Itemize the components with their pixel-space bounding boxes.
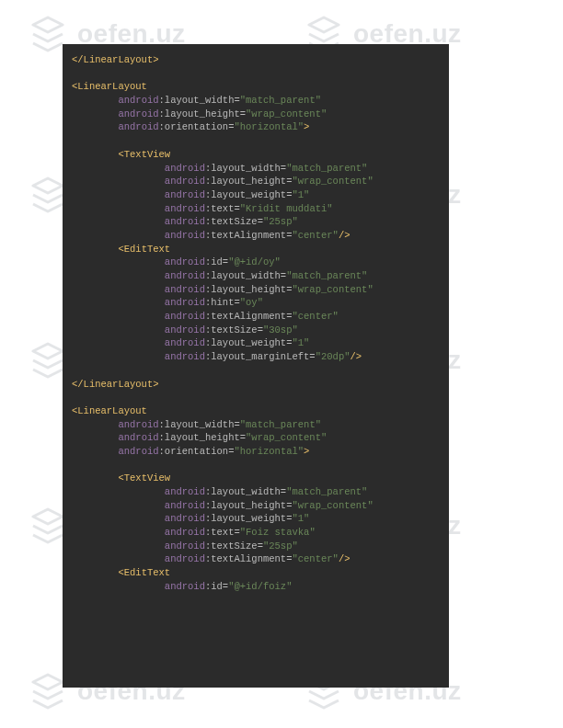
code-line: <EditText (72, 243, 449, 256)
code-line (72, 391, 449, 404)
code-line: android:layout_weight="1" (72, 188, 449, 202)
code-line: android:orientation="horizontal"> (72, 445, 449, 459)
code-line: android:layout_width="match_parent" (72, 418, 449, 432)
code-line: <LinearLayout (72, 80, 449, 94)
code-line: android:id="@+id/oy" (72, 256, 449, 269)
code-line: android:textSize="25sp" (72, 540, 449, 553)
code-line: android:layout_marginLeft="20dp"/> (72, 350, 449, 364)
code-line: android:textAlignment="center"/> (72, 229, 449, 243)
code-line: android:layout_height="wrap_content" (72, 431, 449, 445)
code-line: <TextView (72, 148, 449, 162)
code-line: android:id="@+id/foiz" (72, 580, 449, 594)
code-block: </LinearLayout> <LinearLayout android:la… (63, 44, 449, 688)
code-line: android:textAlignment="center" (72, 310, 449, 324)
code-line: android:layout_width="match_parent" (72, 162, 449, 176)
code-line: android:textAlignment="center"/> (72, 552, 449, 566)
code-line: </LinearLayout> (72, 53, 449, 67)
code-line (72, 67, 449, 81)
code-line: <TextView (72, 472, 449, 485)
code-line: android:layout_width="match_parent" (72, 94, 449, 108)
code-line: android:text="Kridit muddati" (72, 202, 449, 216)
code-line (72, 134, 449, 148)
code-line: android:textSize="30sp" (72, 324, 449, 337)
code-line: android:orientation="horizontal"> (72, 120, 449, 134)
code-line: android:layout_width="match_parent" (72, 485, 449, 499)
code-line: android:layout_width="match_parent" (72, 269, 449, 283)
code-line: </LinearLayout> (72, 378, 449, 392)
code-line: android:layout_height="wrap_content" (72, 108, 449, 121)
code-line (72, 364, 449, 378)
code-line: android:layout_height="wrap_content" (72, 283, 449, 297)
code-line: android:text="Foiz stavka" (72, 526, 449, 540)
code-line (72, 459, 449, 472)
code-line: <EditText (72, 566, 449, 580)
code-line: <LinearLayout (72, 404, 449, 418)
code-line: android:layout_height="wrap_content" (72, 175, 449, 188)
code-line: android:textSize="25sp" (72, 215, 449, 229)
code-line: android:layout_weight="1" (72, 336, 449, 350)
code-line: android:layout_height="wrap_content" (72, 499, 449, 513)
code-line: android:hint="oy" (72, 296, 449, 310)
code-line: android:layout_weight="1" (72, 512, 449, 526)
